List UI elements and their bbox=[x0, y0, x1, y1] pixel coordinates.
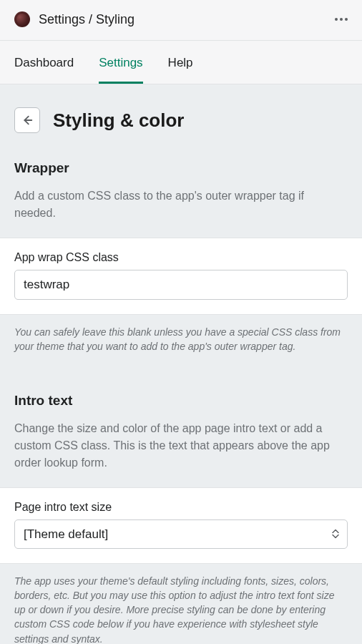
more-options-icon[interactable] bbox=[335, 18, 348, 21]
app-wrap-help: You can safely leave this blank unless y… bbox=[0, 315, 362, 354]
intro-size-help: The app uses your theme's default stylin… bbox=[0, 564, 362, 644]
page-header: Styling & color bbox=[0, 84, 362, 160]
app-wrap-label: App wrap CSS class bbox=[14, 251, 348, 264]
header-left: Settings / Styling bbox=[14, 11, 134, 27]
intro-size-label: Page intro text size bbox=[14, 501, 348, 514]
intro-size-card: Page intro text size [Theme default] bbox=[0, 487, 362, 564]
tab-settings[interactable]: Settings bbox=[99, 41, 142, 84]
intro-section-title: Intro text bbox=[14, 393, 348, 409]
tab-dashboard[interactable]: Dashboard bbox=[14, 41, 74, 84]
tab-bar: Dashboard Settings Help bbox=[0, 41, 362, 84]
breadcrumb: Settings / Styling bbox=[39, 12, 134, 27]
app-wrap-input[interactable] bbox=[14, 270, 348, 300]
intro-section-desc: Change the size and color of the app pag… bbox=[14, 420, 348, 472]
wrapper-section-intro: Wrapper Add a custom CSS class to the ap… bbox=[0, 160, 362, 238]
tab-help[interactable]: Help bbox=[168, 41, 193, 84]
app-avatar bbox=[14, 11, 30, 27]
wrapper-section-desc: Add a custom CSS class to the app's oute… bbox=[14, 187, 348, 222]
page-title: Styling & color bbox=[53, 109, 184, 132]
app-header: Settings / Styling bbox=[0, 0, 362, 41]
back-button[interactable] bbox=[14, 107, 40, 133]
content-area: Styling & color Wrapper Add a custom CSS… bbox=[0, 84, 362, 644]
wrapper-card: App wrap CSS class bbox=[0, 238, 362, 315]
intro-section-intro: Intro text Change the size and color of … bbox=[0, 393, 362, 487]
intro-size-select[interactable]: [Theme default] bbox=[14, 519, 348, 549]
arrow-left-icon bbox=[21, 114, 34, 127]
wrapper-section-title: Wrapper bbox=[14, 160, 348, 176]
